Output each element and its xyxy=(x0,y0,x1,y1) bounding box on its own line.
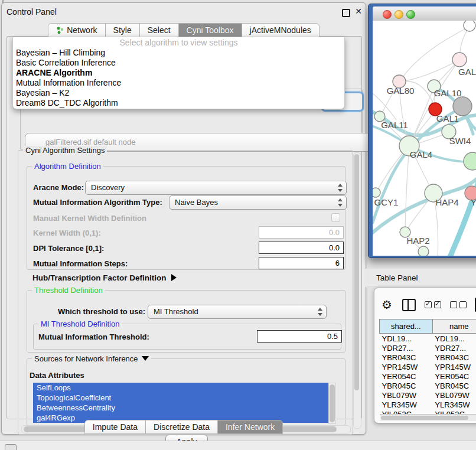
network-node-swi4[interactable] xyxy=(464,152,476,170)
minimized-window-fragment[interactable] xyxy=(5,444,17,450)
table-row[interactable]: YBR043CYBR043C xyxy=(380,353,476,362)
attributes-vertical-scrollbar[interactable] xyxy=(328,383,336,424)
hub-definition-label: Hub/Transcription Factor Definition xyxy=(32,273,167,282)
tab-label: Style xyxy=(113,24,132,37)
table-panel-titlebar: Table Panel xyxy=(366,269,476,287)
collapsed-arrow-icon xyxy=(171,274,177,281)
attribute-item-selfloops[interactable]: SelfLoops xyxy=(33,383,335,393)
tab-label: Network xyxy=(67,24,97,37)
table-row[interactable]: YBR045CYBR045C9. xyxy=(380,381,476,390)
tab-jactivemnodules[interactable]: jActiveMNodules xyxy=(242,23,319,37)
network-node[interactable] xyxy=(418,246,429,256)
which-threshold-combo[interactable]: MI Threshold xyxy=(148,305,327,319)
mi-type-combo[interactable]: Naive Bayes xyxy=(169,195,347,210)
table-cell: YBR043C xyxy=(380,353,433,362)
node-label-gcy1: GCY1 xyxy=(374,197,399,207)
table-cell: YER054C xyxy=(380,371,433,381)
bottom-tab-infer-network[interactable]: Infer Network xyxy=(217,420,283,434)
tab-label: Select xyxy=(148,24,171,37)
table-row[interactable]: YPR145WYPR145W9. xyxy=(380,362,476,371)
gear-icon[interactable]: ⚙ xyxy=(382,298,392,311)
table-row[interactable]: YDR27...YDR27...12 xyxy=(380,343,476,353)
table-cell: YPR145W xyxy=(432,362,476,371)
table-body[interactable]: YDL19...YDL19...13YDR27...YDR27...12YBR0… xyxy=(380,334,476,419)
algorithm-option-bayesian-hill-climbing[interactable]: Bayesian – Hill Climbing xyxy=(13,48,344,58)
sources-title[interactable]: Sources for Network Inference xyxy=(32,354,151,363)
table-cell: YBR045C xyxy=(432,381,476,390)
bottom-taskbar-strip xyxy=(0,441,476,450)
table-row[interactable]: YER054CYER054C8. xyxy=(380,371,476,381)
aracne-mode-combo[interactable]: Discovery xyxy=(85,181,347,195)
algorithm-option-mutual-information-inference[interactable]: Mutual Information Inference xyxy=(13,78,344,88)
float-window-icon[interactable] xyxy=(342,9,350,17)
aracne-mode-label: Aracne Mode: xyxy=(33,183,84,192)
node-label-gal4: GAL4 xyxy=(410,149,432,159)
data-attributes-list[interactable]: SelfLoopsTopologicalCoefficientBetweenne… xyxy=(33,383,335,423)
settings-vertical-scrollbar[interactable] xyxy=(353,152,361,429)
attribute-item-topologicalcoefficient[interactable]: TopologicalCoefficient xyxy=(33,393,335,403)
algorithm-option-aracne-algorithm[interactable]: ARACNE Algorithm xyxy=(13,68,344,78)
kernel-width-label: Kernel Width (0,1): xyxy=(33,229,101,237)
algorithm-option-bayesian-k2[interactable]: Bayesian – K2 xyxy=(13,88,344,98)
network-view-window[interactable]: GALGAL80GAL10GAL1GAL11GAL4SWI4GCY1HAP4YH… xyxy=(368,4,476,258)
table-horizontal-scrollbar[interactable] xyxy=(380,414,476,421)
node-table[interactable]: shared...nameA YDL19...YDL19...13YDR27..… xyxy=(379,319,476,419)
mi-threshold-group-title: MI Threshold Definition xyxy=(38,319,122,328)
select-all-rows-icon[interactable] xyxy=(425,301,441,308)
network-canvas-svg: GALGAL80GAL10GAL1GAL11GAL4SWI4GCY1HAP4YH… xyxy=(373,21,476,256)
node-label-gal11: GAL11 xyxy=(381,120,408,130)
deselect-all-rows-icon[interactable] xyxy=(450,301,467,308)
network-node-gal[interactable] xyxy=(452,53,467,67)
table-row[interactable]: YLR345WYLR345W9. xyxy=(380,400,476,409)
table-cell: YLR345W xyxy=(380,400,433,409)
node-label-swi4: SWI4 xyxy=(449,136,471,146)
mi-threshold-group: MI Threshold Definition Mutual Informati… xyxy=(33,324,341,350)
network-window-titlebar[interactable] xyxy=(373,6,476,21)
bottom-tab-impute-data[interactable]: Impute Data xyxy=(84,420,146,434)
tab-cyni-toolbox[interactable]: Cyni Toolbox xyxy=(178,23,242,37)
column-header-shared[interactable]: shared... xyxy=(380,319,433,334)
tab-label: jActiveMNodules xyxy=(250,24,311,37)
cp-tab-row: NetworkStyleSelectCyni ToolboxjActiveMNo… xyxy=(2,23,366,37)
tab-select[interactable]: Select xyxy=(139,23,179,37)
node-label-gal: GAL xyxy=(458,67,476,77)
algorithm-option-dream8-dc-tdc-algorithm[interactable]: Dream8 DC_TDC Algorithm xyxy=(13,98,344,108)
node-label-hap4: HAP4 xyxy=(435,197,458,207)
kernel-width-field[interactable]: 0.0 xyxy=(259,226,344,239)
control-panel-titlebar[interactable]: Control Panel ✕ xyxy=(2,3,366,19)
combo-arrows-icon xyxy=(337,196,343,209)
cp-bottom-tab-row: Impute DataDiscretize DataInfer Network xyxy=(2,420,366,434)
mac-close-icon[interactable] xyxy=(383,10,392,19)
table-header-row[interactable]: shared...nameA xyxy=(380,319,476,334)
dpi-tolerance-field[interactable]: 0.0 xyxy=(259,242,344,254)
table-cell: YBR043C xyxy=(432,353,476,362)
mi-steps-field[interactable]: 6 xyxy=(259,257,344,269)
mi-threshold-field[interactable]: 0.5 xyxy=(257,330,342,343)
column-layout-icon[interactable] xyxy=(402,299,416,311)
network-canvas[interactable]: GALGAL80GAL10GAL1GAL11GAL4SWI4GCY1HAP4YH… xyxy=(373,21,476,256)
network-edge xyxy=(405,146,409,231)
network-node[interactable] xyxy=(464,21,475,31)
attribute-item-betweennesscentrality[interactable]: BetweennessCentrality xyxy=(33,403,335,413)
network-node-gcy1[interactable] xyxy=(373,188,380,197)
mac-minimize-icon[interactable] xyxy=(395,10,403,19)
manual-kernel-checkbox[interactable] xyxy=(331,213,340,222)
mi-type-value: Naive Bayes xyxy=(175,198,218,207)
tab-network[interactable]: Network xyxy=(48,23,105,37)
bottom-tab-discretize-data[interactable]: Discretize Data xyxy=(145,420,218,434)
node-label-gal1: GAL1 xyxy=(436,113,459,123)
close-icon[interactable]: ✕ xyxy=(355,6,362,16)
table-row[interactable]: YDL19...YDL19...13 xyxy=(380,334,476,344)
algorithm-option-basic-correlation-inference[interactable]: Basic Correlation Inference xyxy=(13,58,344,68)
mac-zoom-icon[interactable] xyxy=(406,10,415,19)
table-cell: YPR145W xyxy=(380,362,433,371)
tab-style[interactable]: Style xyxy=(105,23,140,37)
which-threshold-value: MI Threshold xyxy=(154,307,198,316)
hub-definition-toggle[interactable]: Hub/Transcription Factor Definition xyxy=(32,273,177,282)
network-icon xyxy=(56,27,64,34)
tab-label: Cyni Toolbox xyxy=(187,24,234,37)
table-toolbar: ⚙ xyxy=(382,298,476,312)
column-header-name[interactable]: name xyxy=(432,319,476,334)
table-cell: YLR345W xyxy=(432,400,476,409)
table-row[interactable]: YBL079WYBL079W xyxy=(380,390,476,400)
